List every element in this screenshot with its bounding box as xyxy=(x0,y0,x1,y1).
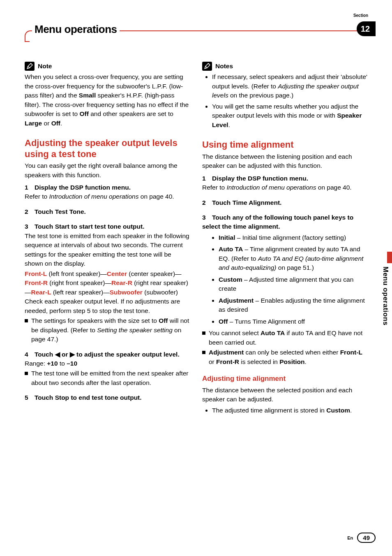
list-item: Initial – Initial time alignment (factor… xyxy=(219,233,367,242)
bullet-text: The settings for speakers with the size … xyxy=(31,316,190,344)
step-5: 5Touch Stop to end test tone output. xyxy=(25,393,190,402)
text: or xyxy=(60,351,70,358)
text-bold: –10 xyxy=(67,360,77,367)
text-italic: Setting the speaker setting xyxy=(97,327,173,334)
side-tab: Menu operations xyxy=(379,263,392,354)
step-number: 3 xyxy=(202,213,212,222)
text-bold: Position xyxy=(279,358,304,365)
header-title: Menu operations xyxy=(32,23,120,36)
step-body: Refer to Introduction of menu operations… xyxy=(202,183,367,192)
options-list: Initial – Initial time alignment (factor… xyxy=(202,233,367,326)
text: or xyxy=(209,358,216,365)
step-title: Touch Stop to end test tone output. xyxy=(35,394,142,401)
text-bold: Off xyxy=(159,317,168,324)
seq-rear-r: Rear-R xyxy=(111,279,132,286)
seq-front-l: Front-L xyxy=(25,270,47,277)
list-item: Adjustment – Enables adjusting the time … xyxy=(219,296,367,315)
text-bold: Large xyxy=(25,120,42,127)
step-number: 4 xyxy=(25,350,35,359)
text-bold: +10 xyxy=(47,360,58,367)
left-column: Note When you select a cross-over freque… xyxy=(25,62,190,417)
section-number-badge: 12 xyxy=(357,21,376,36)
page-footer: En 49 xyxy=(347,533,376,543)
step-number: 2 xyxy=(25,207,35,216)
text: . xyxy=(60,120,62,127)
step-2: 2Touch Time Alignment. xyxy=(202,198,367,207)
lang-label: En xyxy=(347,535,353,540)
step-number: 2 xyxy=(202,198,212,207)
manual-page: Menu operations Section 12 Note When you… xyxy=(0,0,392,556)
option-name: Off xyxy=(219,318,228,325)
text: or xyxy=(42,120,51,127)
step-number: 3 xyxy=(25,222,35,231)
seq-rear-l: Rear-L xyxy=(31,289,51,296)
heading-time-alignment: Using time alignment xyxy=(202,139,367,150)
square-bullet-icon xyxy=(202,331,205,335)
text: . xyxy=(350,407,352,414)
text: . xyxy=(304,358,306,365)
range-text: Range: +10 to –10 xyxy=(25,359,190,368)
text: You cannot select xyxy=(209,329,261,336)
text: (center speaker)— xyxy=(127,270,182,277)
step-body: Refer to Introduction of menu operations… xyxy=(25,192,190,201)
pencil-icon xyxy=(25,62,35,71)
step-title: Display the DSP function menu. xyxy=(35,184,131,191)
text: and other speakers are set to xyxy=(89,110,173,117)
text: can only be selected when either xyxy=(244,349,340,356)
text: to xyxy=(58,360,67,367)
notes-list: If necessary, select speakers and adjust… xyxy=(202,72,367,130)
notes-title: Notes xyxy=(215,62,233,71)
list-item: If necessary, select speakers and adjust… xyxy=(212,72,367,100)
seq-subwoofer: Subwoofer xyxy=(110,289,143,296)
text: on the previous page.) xyxy=(228,92,294,99)
list-item: Auto TA – Time alignment created by auto… xyxy=(219,245,367,272)
heading-adjusting-output: Adjusting the speaker output levels usin… xyxy=(25,138,190,160)
note-bullet: The test tone will be emitted from the n… xyxy=(25,369,190,387)
step-body-2: Check each speaker output level. If no a… xyxy=(25,297,190,315)
side-tab-label: Menu operations xyxy=(381,266,390,326)
step-title: Touch any of the following touch panel k… xyxy=(202,214,353,230)
list-item: Off – Turns Time Alignment off xyxy=(219,317,367,326)
adj-intro: The distance between the selected positi… xyxy=(202,386,367,404)
heading-adjusting-ta: Adjusting time alignment xyxy=(202,374,367,384)
step-2: 2Touch Test Tone. xyxy=(25,207,190,216)
step-3: 3Touch any of the following touch panel … xyxy=(202,213,367,366)
step-title: Display the DSP function menu. xyxy=(212,175,308,182)
text: The settings for speakers with the size … xyxy=(31,317,159,324)
step-3: 3Touch Start to start test tone output. … xyxy=(25,222,190,344)
text: Touch xyxy=(35,351,55,358)
text: (subwoofer) xyxy=(143,289,178,296)
note-header: Note xyxy=(25,62,190,71)
text: (left rear speaker)— xyxy=(51,289,110,296)
speaker-sequence: Front-L (left front speaker)—Center (cen… xyxy=(25,269,190,297)
text-bold: Small xyxy=(79,92,96,99)
text: (left front speaker)— xyxy=(47,270,107,277)
text-italic: Introduction of menu operations xyxy=(49,193,138,200)
note-bullet: You cannot select Auto TA if auto TA and… xyxy=(202,329,367,347)
intro-text: The distance between the listening posit… xyxy=(202,152,367,171)
text-italic: Introduction of menu operations xyxy=(226,184,316,191)
text: Refer to xyxy=(202,184,226,191)
step-1: 1Display the DSP function menu. Refer to… xyxy=(25,183,190,202)
seq-center: Center xyxy=(107,270,127,277)
section-label: Section xyxy=(353,13,368,18)
text: is selected in xyxy=(239,358,279,365)
text: . xyxy=(228,121,230,128)
left-arrow-icon: ◀ xyxy=(55,351,60,358)
list-item: The adjusted time alignment is stored in… xyxy=(212,406,367,415)
adj-list: The adjusted time alignment is stored in… xyxy=(202,406,367,415)
text: Range: xyxy=(25,360,47,367)
step-4: 4Touch ◀ or ▶ to adjust the speaker outp… xyxy=(25,350,190,388)
page-number: 49 xyxy=(357,533,376,543)
seq-front-r: Front-R xyxy=(25,279,48,286)
step-number: 5 xyxy=(25,393,35,402)
text-bold: Auto TA xyxy=(261,329,285,336)
right-arrow-icon: ▶ xyxy=(70,351,75,358)
option-name: Auto TA xyxy=(219,246,243,253)
text: on page 40. xyxy=(138,193,174,200)
text: Refer to xyxy=(25,193,49,200)
bullet-text: The test tone will be emitted from the n… xyxy=(31,369,190,387)
text: The adjusted time alignment is stored in xyxy=(212,407,326,414)
step-number: 1 xyxy=(25,183,35,192)
text-bold: Front-L xyxy=(340,349,362,356)
